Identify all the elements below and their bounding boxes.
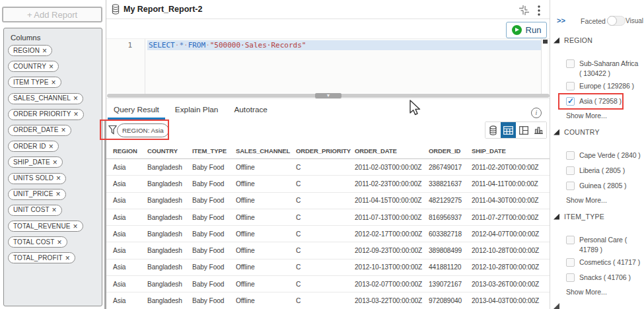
unchecked-checkbox[interactable] [566, 82, 575, 90]
show-more-link[interactable]: Show More... [566, 196, 644, 204]
editor-gutter: 1 [106, 39, 145, 94]
column-header-country[interactable]: COUNTRY [141, 147, 186, 154]
collapse-panes-icon[interactable] [519, 5, 530, 16]
table-cell: 603382718 [422, 230, 465, 238]
split-view-icon[interactable] [516, 122, 531, 138]
info-icon[interactable]: i [531, 108, 542, 118]
table-cell: Offline [229, 197, 289, 204]
show-more-link[interactable]: Show More... [566, 112, 644, 120]
table-row[interactable]: AsiaBangladeshBaby FoodOfflineC2013-02-0… [106, 276, 550, 292]
column-header-order_id[interactable]: ORDER_ID [422, 147, 465, 154]
column-chip-unit-price[interactable]: UNIT_PRICE× [8, 189, 66, 200]
kebab-menu-icon[interactable] [538, 5, 540, 16]
editor-scrollbar-thumb[interactable] [543, 40, 548, 44]
column-chip-order-date[interactable]: ORDER_DATE× [8, 125, 71, 136]
table-cell: Baby Food [186, 164, 229, 171]
table-row[interactable]: AsiaBangladeshBaby FoodOfflineC2012-10-1… [106, 259, 550, 276]
table-cell: Baby Food [186, 281, 229, 288]
facet-section-header[interactable]: ITEM_TYPE [550, 213, 644, 221]
facet-item-label: Sub-Saharan Africa( 130422 ) [579, 59, 638, 79]
collapse-panel-icon[interactable]: >> [557, 17, 565, 24]
run-button[interactable]: Run [506, 22, 547, 38]
unchecked-checkbox[interactable] [566, 258, 575, 267]
unchecked-checkbox[interactable] [566, 166, 575, 175]
facet-section-header[interactable]: COUNTRY [550, 128, 644, 136]
facet-item-label: Guinea ( 2805 ) [579, 181, 626, 191]
facet-section-header[interactable]: REGION [550, 36, 644, 44]
worksheet-header: My Report_Report-2 [106, 0, 550, 19]
add-report-button[interactable]: + Add Report [2, 7, 102, 22]
view-switcher [485, 121, 547, 139]
facet-item[interactable]: Cape Verde ( 2840 ) [566, 151, 644, 160]
unchecked-checkbox[interactable] [566, 59, 575, 68]
splitter-handle[interactable]: ▼ [315, 93, 341, 98]
column-chip-item-type[interactable]: ITEM TYPE× [8, 77, 61, 88]
column-chip-unit-cost[interactable]: UNIT COST× [8, 205, 62, 216]
unchecked-checkbox[interactable] [566, 273, 575, 282]
table-row[interactable]: AsiaBangladeshBaby FoodOfflineC2011-04-1… [106, 193, 550, 209]
column-chip-ship-date[interactable]: SHIP_DATE× [8, 156, 63, 168]
table-row[interactable]: AsiaBangladeshBaby FoodOfflineC2013-03-2… [106, 292, 550, 309]
table-row[interactable]: AsiaBangladeshBaby FoodOfflineC2011-02-0… [106, 159, 550, 176]
column-chip-units-sold[interactable]: UNITS SOLD× [8, 173, 66, 184]
sql-statement[interactable]: SELECT·*·FROM·"500000·Sales·Records" [149, 41, 306, 50]
table-cell: Asia [106, 263, 141, 271]
tab-query-result[interactable]: Query Result [113, 99, 160, 120]
editor-vertical-scrollbar[interactable] [541, 39, 548, 94]
sql-editor[interactable]: 1 SELECT·*·FROM·"500000·Sales·Records" [106, 38, 550, 93]
facet-section-country: COUNTRYCape Verde ( 2840 )Liberia ( 2805… [550, 128, 644, 204]
section-expand-triangle-icon[interactable] [554, 214, 559, 220]
line-number: 1 [127, 41, 132, 50]
facet-item[interactable]: Personal Care (41789 ) [566, 235, 644, 255]
column-header-item_type[interactable]: ITEM_TYPE [186, 147, 229, 154]
facet-item[interactable]: Cosmetics ( 41717 ) [566, 258, 644, 267]
table-row[interactable]: AsiaBangladeshBaby FoodOfflineC2011-02-2… [106, 176, 550, 192]
table-cell: Baby Food [186, 197, 229, 204]
column-chip-total-revenue[interactable]: TOTAL_REVENUE× [8, 221, 83, 232]
table-cell: Bangladesh [141, 180, 186, 188]
column-chip-total-profit[interactable]: TOTAL_PROFIT× [8, 252, 75, 263]
facet-items: Personal Care (41789 )Cosmetics ( 41717 … [566, 235, 644, 283]
tab-autotrace[interactable]: Autotrace [233, 99, 268, 120]
table-row[interactable]: AsiaBangladeshBaby FoodOfflineC2012-09-2… [106, 242, 550, 259]
column-chip-order-priority[interactable]: ORDER PRIORITY× [8, 109, 84, 120]
tab-explain-plan[interactable]: Explain Plan [174, 99, 219, 120]
column-header-region[interactable]: REGION [106, 147, 141, 154]
report-view-icon[interactable] [485, 122, 501, 138]
table-cell: C [289, 297, 348, 304]
column-chip-country[interactable]: COUNTRY× [8, 61, 59, 72]
unchecked-checkbox[interactable] [566, 182, 575, 190]
section-expand-triangle-icon[interactable] [554, 38, 559, 44]
column-header-ship_date[interactable]: SHIP_DATE [465, 147, 543, 154]
column-header-order_priority[interactable]: ORDER_PRIORITY [289, 147, 348, 154]
table-cell: Baby Food [186, 297, 229, 304]
visual-label: Visual [626, 17, 643, 24]
column-header-sales_channel[interactable]: SALES_CHANNEL [229, 147, 289, 154]
toggle-knob[interactable] [607, 16, 617, 26]
facet-section-title: ITEM_TYPE [564, 213, 604, 221]
column-chip-order-id[interactable]: ORDER ID× [8, 141, 59, 152]
table-cell: 338821637 [422, 180, 465, 188]
pane-splitter[interactable]: ▼ [106, 93, 550, 98]
facet-item[interactable]: Guinea ( 2805 ) [566, 181, 644, 191]
facet-item[interactable]: Europe ( 129286 ) [566, 81, 644, 91]
table-row[interactable]: AsiaBangladeshBaby FoodOfflineC2012-02-1… [106, 226, 550, 242]
table-row[interactable]: AsiaBangladeshBaby FoodOfflineC2011-07-1… [106, 209, 550, 226]
grid-view-icon[interactable] [501, 122, 516, 138]
table-cell: Asia [106, 180, 141, 188]
facet-item[interactable]: Liberia ( 2805 ) [566, 166, 644, 176]
column-chip-region[interactable]: REGION× [8, 45, 52, 56]
facet-item[interactable]: Sub-Saharan Africa( 130422 ) [566, 59, 644, 79]
chart-view-icon[interactable] [531, 122, 546, 138]
facet-item[interactable]: Snacks ( 41706 ) [566, 273, 644, 283]
unchecked-checkbox[interactable] [566, 236, 575, 244]
show-more-link[interactable]: Show More... [566, 288, 644, 296]
unchecked-checkbox[interactable] [566, 151, 575, 160]
table-cell: 2012-10-28T00:00:00Z [465, 263, 543, 271]
results-scrollbar[interactable] [104, 120, 106, 309]
section-expand-triangle-icon[interactable] [554, 129, 559, 135]
faceted-visual-toggle[interactable] [607, 16, 626, 26]
column-header-order_date[interactable]: ORDER_DATE [348, 147, 422, 154]
column-chip-sales-channel[interactable]: SALES_CHANNEL× [8, 93, 83, 104]
column-chip-total-cost[interactable]: TOTAL COST× [8, 236, 67, 248]
